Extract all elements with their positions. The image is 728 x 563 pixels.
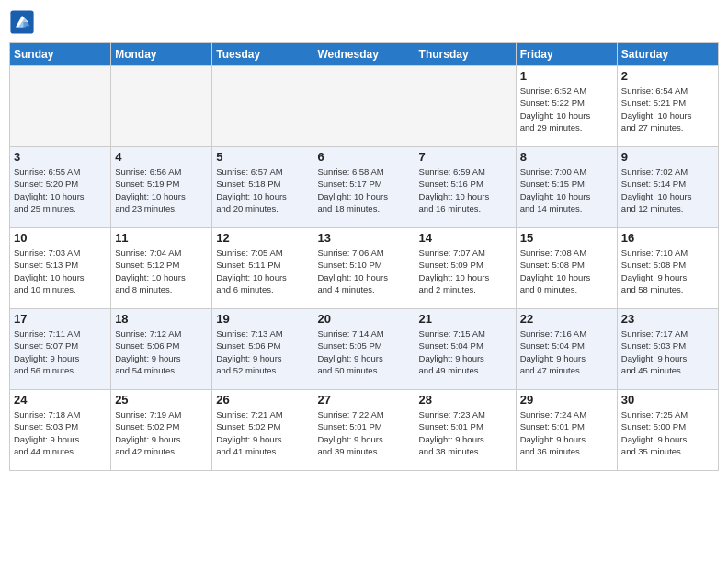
day-info: Sunrise: 7:06 AM Sunset: 5:10 PM Dayligh… (317, 247, 410, 295)
day-header-friday: Friday (516, 43, 617, 66)
calendar-cell: 17Sunrise: 7:11 AM Sunset: 5:07 PM Dayli… (10, 309, 111, 390)
calendar-cell: 22Sunrise: 7:16 AM Sunset: 5:04 PM Dayli… (516, 309, 617, 390)
day-info: Sunrise: 7:17 AM Sunset: 5:03 PM Dayligh… (621, 327, 714, 376)
day-number: 9 (621, 150, 714, 164)
day-info: Sunrise: 7:07 AM Sunset: 5:09 PM Dayligh… (419, 247, 512, 295)
calendar-week-row: 3Sunrise: 6:55 AM Sunset: 5:20 PM Daylig… (10, 147, 719, 228)
day-number: 7 (419, 150, 512, 164)
day-number: 2 (621, 69, 714, 83)
day-number: 26 (216, 393, 309, 407)
calendar-cell: 15Sunrise: 7:08 AM Sunset: 5:08 PM Dayli… (516, 228, 617, 309)
day-number: 17 (14, 312, 107, 326)
day-info: Sunrise: 7:03 AM Sunset: 5:13 PM Dayligh… (14, 247, 107, 295)
day-number: 1 (520, 69, 613, 83)
day-info: Sunrise: 7:13 AM Sunset: 5:06 PM Dayligh… (216, 327, 309, 376)
day-info: Sunrise: 7:19 AM Sunset: 5:02 PM Dayligh… (115, 408, 208, 457)
day-info: Sunrise: 7:21 AM Sunset: 5:02 PM Dayligh… (216, 408, 309, 457)
day-info: Sunrise: 7:04 AM Sunset: 5:12 PM Dayligh… (115, 247, 208, 295)
calendar-cell: 21Sunrise: 7:15 AM Sunset: 5:04 PM Dayli… (415, 309, 516, 390)
day-header-wednesday: Wednesday (313, 43, 415, 66)
calendar-cell: 19Sunrise: 7:13 AM Sunset: 5:06 PM Dayli… (212, 309, 313, 390)
calendar-week-row: 17Sunrise: 7:11 AM Sunset: 5:07 PM Dayli… (10, 309, 719, 390)
calendar-cell: 10Sunrise: 7:03 AM Sunset: 5:13 PM Dayli… (10, 228, 111, 309)
day-number: 18 (115, 312, 208, 326)
day-header-thursday: Thursday (415, 43, 516, 66)
calendar-week-row: 10Sunrise: 7:03 AM Sunset: 5:13 PM Dayli… (10, 228, 719, 309)
day-info: Sunrise: 7:10 AM Sunset: 5:08 PM Dayligh… (621, 247, 714, 295)
calendar-cell: 26Sunrise: 7:21 AM Sunset: 5:02 PM Dayli… (212, 390, 313, 471)
day-number: 25 (115, 393, 208, 407)
day-number: 16 (621, 231, 714, 245)
day-info: Sunrise: 6:54 AM Sunset: 5:21 PM Dayligh… (621, 85, 714, 133)
day-info: Sunrise: 7:18 AM Sunset: 5:03 PM Dayligh… (14, 408, 107, 457)
day-info: Sunrise: 7:25 AM Sunset: 5:00 PM Dayligh… (621, 408, 714, 457)
day-number: 6 (317, 150, 410, 164)
calendar-cell: 20Sunrise: 7:14 AM Sunset: 5:05 PM Dayli… (313, 309, 415, 390)
day-number: 11 (115, 231, 208, 245)
day-info: Sunrise: 6:58 AM Sunset: 5:17 PM Dayligh… (317, 166, 410, 214)
calendar-cell: 27Sunrise: 7:22 AM Sunset: 5:01 PM Dayli… (313, 390, 415, 471)
calendar-cell (313, 66, 415, 147)
calendar-cell: 24Sunrise: 7:18 AM Sunset: 5:03 PM Dayli… (10, 390, 111, 471)
calendar-week-row: 1Sunrise: 6:52 AM Sunset: 5:22 PM Daylig… (10, 66, 719, 147)
calendar-header-row: SundayMondayTuesdayWednesdayThursdayFrid… (10, 43, 719, 66)
day-number: 8 (520, 150, 613, 164)
day-number: 22 (520, 312, 613, 326)
day-number: 14 (419, 231, 512, 245)
day-header-tuesday: Tuesday (212, 43, 313, 66)
logo-icon (9, 9, 35, 35)
day-number: 19 (216, 312, 309, 326)
calendar-cell: 28Sunrise: 7:23 AM Sunset: 5:01 PM Dayli… (415, 390, 516, 471)
day-info: Sunrise: 7:12 AM Sunset: 5:06 PM Dayligh… (115, 327, 208, 376)
day-number: 4 (115, 150, 208, 164)
day-number: 15 (520, 231, 613, 245)
calendar-cell: 5Sunrise: 6:57 AM Sunset: 5:18 PM Daylig… (212, 147, 313, 228)
calendar-cell: 3Sunrise: 6:55 AM Sunset: 5:20 PM Daylig… (10, 147, 111, 228)
calendar-cell: 30Sunrise: 7:25 AM Sunset: 5:00 PM Dayli… (617, 390, 718, 471)
calendar-cell: 25Sunrise: 7:19 AM Sunset: 5:02 PM Dayli… (111, 390, 212, 471)
day-number: 13 (317, 231, 410, 245)
calendar-cell (212, 66, 313, 147)
day-info: Sunrise: 7:22 AM Sunset: 5:01 PM Dayligh… (317, 408, 410, 457)
day-number: 24 (14, 393, 107, 407)
day-info: Sunrise: 7:02 AM Sunset: 5:14 PM Dayligh… (621, 166, 714, 214)
calendar-cell: 6Sunrise: 6:58 AM Sunset: 5:17 PM Daylig… (313, 147, 415, 228)
calendar-cell: 29Sunrise: 7:24 AM Sunset: 5:01 PM Dayli… (516, 390, 617, 471)
calendar-cell: 11Sunrise: 7:04 AM Sunset: 5:12 PM Dayli… (111, 228, 212, 309)
calendar-cell: 9Sunrise: 7:02 AM Sunset: 5:14 PM Daylig… (617, 147, 718, 228)
day-number: 29 (520, 393, 613, 407)
day-number: 21 (419, 312, 512, 326)
day-number: 20 (317, 312, 410, 326)
day-info: Sunrise: 7:24 AM Sunset: 5:01 PM Dayligh… (520, 408, 613, 457)
calendar-cell (415, 66, 516, 147)
day-info: Sunrise: 6:57 AM Sunset: 5:18 PM Dayligh… (216, 166, 309, 214)
calendar-table: SundayMondayTuesdayWednesdayThursdayFrid… (9, 42, 719, 471)
day-info: Sunrise: 7:16 AM Sunset: 5:04 PM Dayligh… (520, 327, 613, 376)
calendar-cell: 8Sunrise: 7:00 AM Sunset: 5:15 PM Daylig… (516, 147, 617, 228)
page-header (9, 9, 719, 35)
day-number: 10 (14, 231, 107, 245)
day-info: Sunrise: 6:56 AM Sunset: 5:19 PM Dayligh… (115, 166, 208, 214)
calendar-cell: 1Sunrise: 6:52 AM Sunset: 5:22 PM Daylig… (516, 66, 617, 147)
day-info: Sunrise: 7:05 AM Sunset: 5:11 PM Dayligh… (216, 247, 309, 295)
day-number: 28 (419, 393, 512, 407)
calendar-cell: 16Sunrise: 7:10 AM Sunset: 5:08 PM Dayli… (617, 228, 718, 309)
day-info: Sunrise: 7:23 AM Sunset: 5:01 PM Dayligh… (419, 408, 512, 457)
day-header-monday: Monday (111, 43, 212, 66)
day-info: Sunrise: 6:52 AM Sunset: 5:22 PM Dayligh… (520, 85, 613, 133)
calendar-cell: 4Sunrise: 6:56 AM Sunset: 5:19 PM Daylig… (111, 147, 212, 228)
calendar-week-row: 24Sunrise: 7:18 AM Sunset: 5:03 PM Dayli… (10, 390, 719, 471)
day-info: Sunrise: 7:14 AM Sunset: 5:05 PM Dayligh… (317, 327, 410, 376)
calendar-cell: 2Sunrise: 6:54 AM Sunset: 5:21 PM Daylig… (617, 66, 718, 147)
day-info: Sunrise: 7:11 AM Sunset: 5:07 PM Dayligh… (14, 327, 107, 376)
calendar-cell: 18Sunrise: 7:12 AM Sunset: 5:06 PM Dayli… (111, 309, 212, 390)
day-info: Sunrise: 7:15 AM Sunset: 5:04 PM Dayligh… (419, 327, 512, 376)
day-header-sunday: Sunday (10, 43, 111, 66)
calendar-cell: 7Sunrise: 6:59 AM Sunset: 5:16 PM Daylig… (415, 147, 516, 228)
day-number: 5 (216, 150, 309, 164)
day-info: Sunrise: 7:08 AM Sunset: 5:08 PM Dayligh… (520, 247, 613, 295)
calendar-cell: 14Sunrise: 7:07 AM Sunset: 5:09 PM Dayli… (415, 228, 516, 309)
calendar-cell: 13Sunrise: 7:06 AM Sunset: 5:10 PM Dayli… (313, 228, 415, 309)
calendar-cell (10, 66, 111, 147)
day-number: 30 (621, 393, 714, 407)
